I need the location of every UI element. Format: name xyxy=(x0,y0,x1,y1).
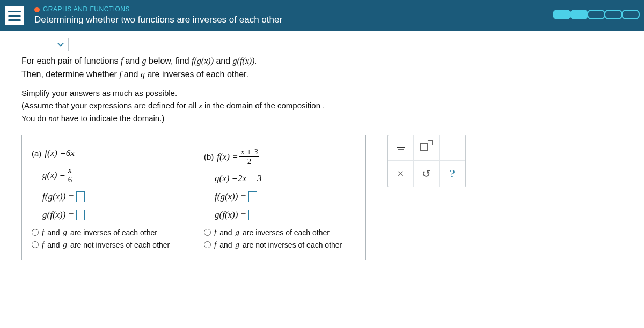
radio-and: and xyxy=(47,228,60,237)
menu-icon[interactable] xyxy=(5,6,24,25)
instr-comp-gf: g(f(x)). xyxy=(233,56,257,65)
instr-text: have to indicate the domain.) xyxy=(61,114,165,123)
clear-button[interactable]: × xyxy=(388,161,414,187)
topic-title: Determining whether two functions are in… xyxy=(34,14,282,26)
instructions-block: For each pair of functions f and g below… xyxy=(21,55,623,125)
b-f-num: x + 3 xyxy=(239,148,260,157)
title-block: GRAPHS AND FUNCTIONS Determining whether… xyxy=(34,5,282,26)
radio-and: and xyxy=(219,241,232,249)
instr-and: and xyxy=(125,56,142,65)
instr-text: . xyxy=(323,101,325,110)
instr-text: below, find xyxy=(149,56,192,65)
instr-g: g xyxy=(142,56,147,65)
b-gfx-label: g(f(x)) = xyxy=(215,210,246,220)
radio-g: g xyxy=(63,228,68,237)
radio-g: g xyxy=(236,228,240,237)
b-g-lhs: g(x) = xyxy=(215,173,238,184)
a-g-num: x xyxy=(67,166,74,175)
fraction-tool[interactable] xyxy=(388,135,414,161)
reset-button[interactable]: ↺ xyxy=(414,161,440,187)
inverses-term[interactable]: inverses xyxy=(162,70,194,79)
radio-f: f xyxy=(42,228,44,237)
instr-x: x xyxy=(199,101,202,110)
a-g-frac: x 6 xyxy=(67,166,74,184)
tool-blank xyxy=(440,135,465,161)
progress-indicator xyxy=(554,10,640,19)
instr-g: g xyxy=(141,70,145,79)
a-gfx-input[interactable] xyxy=(76,210,85,220)
math-toolbox: × ↺ ? xyxy=(387,135,466,187)
category-label: GRAPHS AND FUNCTIONS xyxy=(34,5,282,14)
b-f-den: 2 xyxy=(247,157,252,166)
b-gfx-input[interactable] xyxy=(248,210,257,220)
content-area: For each pair of functions f and g below… xyxy=(0,31,644,328)
radio-g: g xyxy=(63,240,68,249)
instr-text: of each other. xyxy=(196,70,248,79)
radio-f: f xyxy=(42,240,44,249)
domain-term[interactable]: domain xyxy=(226,101,253,110)
a-g-lhs: g(x) = xyxy=(42,170,65,181)
instr-text: of the xyxy=(255,101,277,110)
instr-text: You do xyxy=(21,114,48,123)
b-f-frac: x + 3 2 xyxy=(239,148,260,166)
instr-text: For each pair of functions xyxy=(21,56,121,65)
radio-f: f xyxy=(214,240,216,249)
help-button[interactable]: ? xyxy=(440,161,465,187)
instr-and: and xyxy=(216,56,232,65)
instr-fg: f xyxy=(119,70,123,79)
a-inverse-yes-radio[interactable] xyxy=(32,229,39,236)
part-b-label: (b) xyxy=(204,152,214,161)
b-fgx-input[interactable] xyxy=(248,191,257,202)
instr-text: (Assume that your expressions are define… xyxy=(21,101,199,110)
a-inverse-no-radio[interactable] xyxy=(32,241,39,248)
composition-term[interactable]: composition xyxy=(277,101,320,110)
instr-text: your answers as much as possible. xyxy=(52,88,177,98)
instr-text: are xyxy=(147,70,162,79)
problem-box: (a) f(x) = 6x g(x) = x 6 f(g(x)) = g xyxy=(21,135,366,260)
radio-yes-text: are inverses of each other xyxy=(243,228,330,237)
instr-and: and xyxy=(124,70,141,79)
radio-f: f xyxy=(214,228,216,237)
a-fgx-label: f(g(x)) = xyxy=(42,191,74,202)
b-g-rhs: 2x − 3 xyxy=(238,173,262,184)
radio-and: and xyxy=(47,241,60,249)
instr-not: not xyxy=(48,114,58,123)
column-a: (a) f(x) = 6x g(x) = x 6 f(g(x)) = g xyxy=(22,135,194,260)
b-inverse-yes-radio[interactable] xyxy=(204,229,211,236)
chevron-down-icon xyxy=(57,41,64,48)
radio-no-text: are not inverses of each other xyxy=(243,241,342,249)
b-fgx-label: f(g(x)) = xyxy=(215,191,246,202)
collapse-toggle[interactable] xyxy=(53,38,69,51)
simplify-term[interactable]: Simplify xyxy=(21,88,50,98)
radio-yes-text: are inverses of each other xyxy=(70,228,157,237)
header-bar: GRAPHS AND FUNCTIONS Determining whether… xyxy=(0,0,644,31)
a-gfx-label: g(f(x)) = xyxy=(42,210,74,220)
a-f-rhs: 6x xyxy=(66,148,75,159)
part-a-label: (a) xyxy=(32,149,41,158)
radio-g: g xyxy=(236,240,240,249)
a-f-lhs: f(x) = xyxy=(45,148,65,159)
a-fgx-input[interactable] xyxy=(76,191,85,202)
b-inverse-no-radio[interactable] xyxy=(204,241,211,248)
b-f-lhs: f(x) = xyxy=(217,152,238,162)
instr-text: in the xyxy=(204,101,226,110)
radio-and: and xyxy=(219,228,232,237)
column-b: (b) f(x) = x + 3 2 g(x) = 2x − 3 f(g(x))… xyxy=(194,135,365,260)
instr-comp-fg: f(g(x)) xyxy=(192,56,214,65)
radio-no-text: are not inverses of each other xyxy=(70,241,170,249)
instr-text: Then, determine whether xyxy=(21,70,119,79)
a-g-den: 6 xyxy=(68,175,72,184)
exponent-tool[interactable] xyxy=(414,135,440,161)
